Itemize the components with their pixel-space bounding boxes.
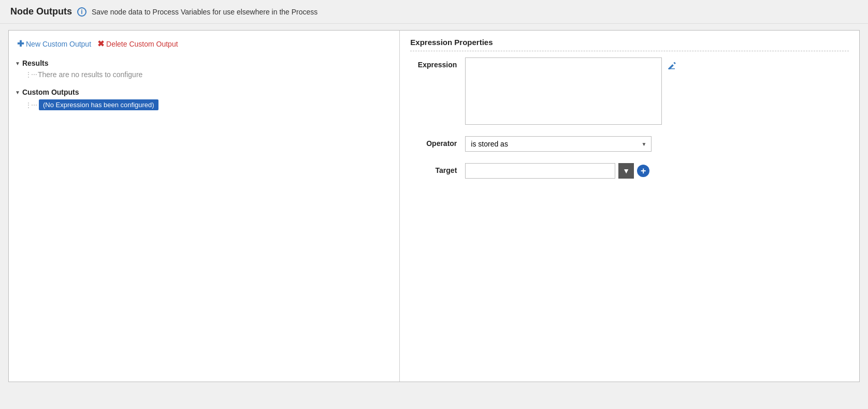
delete-custom-output-button[interactable]: ✖ Delete Custom Output: [95, 38, 180, 50]
outer-panel: ✚ New Custom Output ✖ Delete Custom Outp…: [8, 30, 860, 382]
expression-properties-title: Expression Properties: [410, 38, 849, 51]
operator-select[interactable]: is stored as: [465, 136, 652, 152]
custom-outputs-triangle-icon: ▼: [15, 90, 20, 95]
custom-output-item: ⋮⋯ (No Expression has been configured): [15, 99, 393, 110]
expression-label: Expression: [410, 57, 457, 69]
expression-row: Expression: [410, 57, 849, 125]
toolbar: ✚ New Custom Output ✖ Delete Custom Outp…: [15, 38, 393, 50]
results-label: Results: [22, 59, 49, 67]
operator-label: Operator: [410, 136, 457, 148]
info-icon: i: [77, 7, 86, 17]
add-circle-icon: +: [637, 165, 649, 177]
target-dropdown-arrow-icon: ▼: [623, 167, 630, 175]
target-input-group: ▼ +: [465, 163, 649, 179]
operator-row: Operator is stored as: [410, 136, 849, 152]
target-label: Target: [410, 163, 457, 174]
main-content: ✚ New Custom Output ✖ Delete Custom Outp…: [0, 24, 868, 388]
target-dropdown-button[interactable]: ▼: [618, 163, 634, 179]
page-title: Node Outputs: [10, 6, 72, 17]
triangle-down-icon: ▼: [15, 61, 20, 66]
expression-textarea[interactable]: [465, 57, 662, 125]
expression-edit-button[interactable]: [666, 60, 678, 72]
selected-item-text[interactable]: (No Expression has been configured): [39, 99, 158, 110]
page-wrapper: Node Outputs i Save node data to Process…: [0, 0, 868, 409]
results-empty-text: There are no results to configure: [38, 70, 142, 79]
new-custom-output-button[interactable]: ✚ New Custom Output: [15, 38, 93, 50]
operator-select-wrapper: is stored as: [465, 136, 652, 152]
results-section-content: ⋮⋯ There are no results to configure: [15, 70, 393, 79]
dotted-line-icon: ⋮⋯: [25, 71, 37, 78]
target-input[interactable]: [465, 163, 615, 179]
left-panel: ✚ New Custom Output ✖ Delete Custom Outp…: [9, 31, 400, 382]
expression-textarea-wrapper: [465, 57, 678, 125]
dotted-connector-icon: ⋮⋯: [25, 101, 37, 109]
delete-custom-output-label: Delete Custom Output: [106, 40, 178, 48]
svg-rect-0: [668, 68, 675, 69]
results-section-header: ▼ Results: [15, 59, 393, 67]
edit-icon: [667, 61, 677, 71]
no-results-text: ⋮⋯ There are no results to configure: [25, 70, 393, 79]
custom-outputs-section: ▼ Custom Outputs ⋮⋯ (No Expression has b…: [15, 88, 393, 110]
target-row: Target ▼ +: [410, 163, 849, 179]
plus-icon: ✚: [17, 39, 24, 49]
custom-outputs-label: Custom Outputs: [22, 88, 79, 96]
custom-outputs-header: ▼ Custom Outputs: [15, 88, 393, 96]
selected-item: ⋮⋯ (No Expression has been configured): [25, 99, 158, 110]
right-panel: Expression Properties Expression: [400, 31, 859, 382]
target-add-button[interactable]: +: [637, 165, 649, 177]
header-bar: Node Outputs i Save node data to Process…: [0, 0, 868, 24]
x-icon: ✖: [97, 39, 104, 49]
new-custom-output-label: New Custom Output: [26, 40, 91, 48]
header-description: Save node data to Process Variables for …: [92, 8, 317, 16]
